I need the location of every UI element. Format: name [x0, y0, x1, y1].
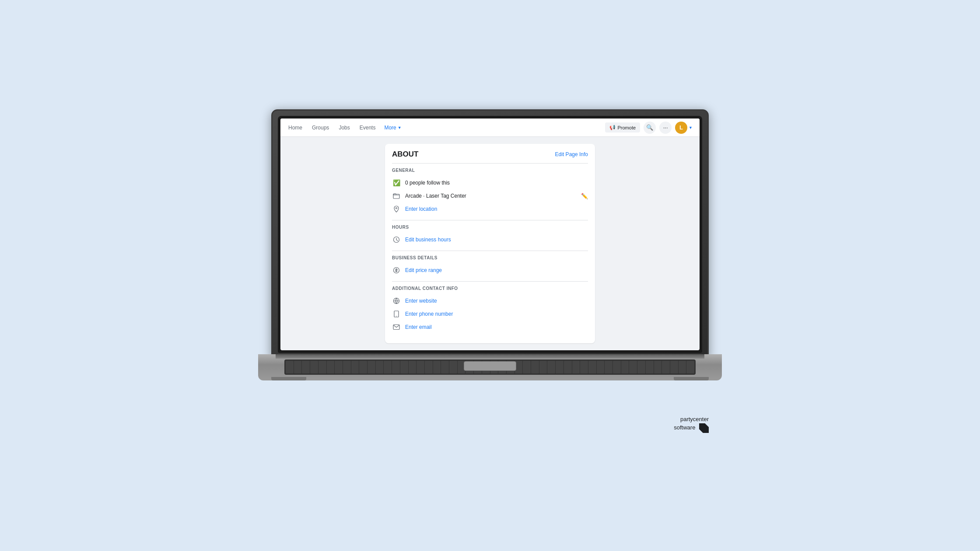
category-row: Arcade · Laser Tag Center ✏️	[392, 189, 588, 202]
globe-icon	[392, 296, 401, 305]
phone-icon	[392, 310, 401, 318]
megaphone-icon: 📢	[609, 125, 616, 130]
business-section: BUSINESS DETAILS Edit p	[385, 251, 595, 281]
contact-title: ADDITIONAL CONTACT INFO	[392, 286, 588, 291]
contact-section: ADDITIONAL CONTACT INFO	[385, 282, 595, 338]
top-nav: Home Groups Jobs Events More ▼	[280, 119, 700, 137]
logo-text: partycenter software	[674, 416, 709, 433]
foot-left	[271, 377, 306, 380]
screen-bezel: Home Groups Jobs Events More ▼	[278, 116, 702, 353]
nav-home[interactable]: Home	[287, 123, 303, 133]
user-chevron-icon: ▼	[689, 126, 693, 130]
price-row: Edit price range	[392, 264, 588, 277]
trackpad	[464, 361, 516, 371]
scene: Home Groups Jobs Events More ▼	[258, 109, 722, 442]
hours-title: HOURS	[392, 225, 588, 230]
general-title: GENERAL	[392, 168, 588, 173]
clock-icon	[392, 235, 401, 244]
website-row: Enter website	[392, 294, 588, 307]
laptop: Home Groups Jobs Events More ▼	[258, 109, 722, 442]
phone-row: Enter phone number	[392, 307, 588, 321]
laptop-base	[258, 354, 722, 380]
more-options-button[interactable]: ···	[659, 122, 672, 134]
laptop-screen: Home Groups Jobs Events More ▼	[280, 119, 700, 350]
about-title: ABOUT	[392, 150, 418, 159]
email-row: Enter email	[392, 321, 588, 334]
svg-point-5	[396, 316, 396, 316]
nav-left: Home Groups Jobs Events More ▼	[287, 123, 605, 133]
hours-section: HOURS Edit business hou	[385, 220, 595, 251]
category-text: Arcade · Laser Tag Center	[405, 193, 588, 199]
dollar-icon	[392, 266, 401, 275]
logo-line2: software	[674, 424, 695, 431]
enter-website-link[interactable]: Enter website	[405, 298, 437, 304]
user-menu[interactable]: L ▼	[675, 122, 693, 134]
search-button[interactable]: 🔍	[644, 122, 656, 134]
ellipsis-icon: ···	[663, 124, 668, 131]
edit-category-icon[interactable]: ✏️	[581, 193, 588, 199]
check-circle-icon: ✅	[392, 178, 401, 187]
chevron-down-icon: ▼	[398, 126, 402, 130]
enter-phone-link[interactable]: Enter phone number	[405, 311, 453, 317]
about-header: ABOUT Edit Page Info	[385, 144, 595, 163]
promote-button[interactable]: 📢 Promote	[605, 122, 640, 133]
nav-more[interactable]: More ▼	[384, 125, 401, 131]
edit-price-link[interactable]: Edit price range	[405, 267, 442, 273]
edit-page-info-link[interactable]: Edit Page Info	[555, 151, 588, 157]
followers-row: ✅ 0 people follow this	[392, 176, 588, 189]
edit-hours-link[interactable]: Edit business hours	[405, 237, 451, 243]
logo-cube-icon	[699, 423, 709, 433]
followers-text: 0 people follow this	[405, 180, 588, 186]
nav-right: 📢 Promote 🔍 ···	[605, 122, 693, 134]
location-icon	[392, 205, 401, 213]
location-row: Enter location	[392, 202, 588, 216]
logo-area: partycenter software	[674, 416, 709, 433]
avatar-initial: L	[679, 124, 683, 131]
main-content: ABOUT Edit Page Info GENERAL ✅ 0 p	[280, 137, 700, 350]
hours-row: Edit business hours	[392, 233, 588, 246]
avatar: L	[675, 122, 687, 134]
nav-more-label: More	[384, 125, 396, 131]
nav-events[interactable]: Events	[359, 123, 377, 133]
business-title: BUSINESS DETAILS	[392, 255, 588, 260]
promote-label: Promote	[618, 125, 636, 130]
svg-point-1	[396, 208, 397, 209]
general-section: GENERAL ✅ 0 people follow this	[385, 164, 595, 220]
enter-email-link[interactable]: Enter email	[405, 324, 432, 330]
enter-location-link[interactable]: Enter location	[405, 206, 437, 212]
foot-right	[674, 377, 709, 380]
laptop-lid: Home Groups Jobs Events More ▼	[271, 109, 709, 359]
about-card: ABOUT Edit Page Info GENERAL ✅ 0 p	[385, 144, 595, 343]
nav-jobs[interactable]: Jobs	[338, 123, 350, 133]
search-icon: 🔍	[646, 124, 653, 131]
nav-groups[interactable]: Groups	[311, 123, 330, 133]
facebook-ui: Home Groups Jobs Events More ▼	[280, 119, 700, 350]
email-icon	[392, 323, 401, 331]
folder-icon	[392, 192, 401, 200]
logo-line1: partycenter	[680, 416, 709, 422]
laptop-hinge	[276, 354, 704, 359]
